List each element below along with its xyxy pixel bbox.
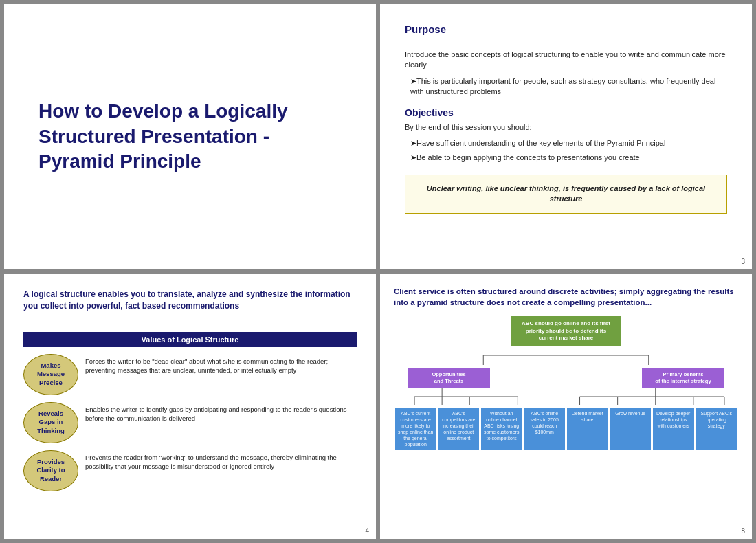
values-header: Values of Logical Structure [23, 332, 357, 347]
obj-bullet1: ➤Have sufficient understanding of the ke… [405, 138, 727, 148]
slide-3-title: A logical structure enables you to trans… [23, 289, 357, 312]
tree-top: ABC should go online and its first prior… [394, 316, 738, 346]
callout-box: Unclear writing, like unclear thinking, … [405, 175, 727, 214]
bot-6: Grow revenue [610, 408, 652, 451]
tree-mid: Opportunitiesand Threats Primary benefit… [408, 368, 724, 388]
mid-right: Primary benefitsof the internet strategy [642, 368, 724, 388]
slide-2: Purpose Introduce the basic concepts of … [380, 4, 752, 269]
values-row-1: MakesMessagePrecise Forces the writer to… [23, 354, 357, 395]
purpose-body: Introduce the basic concepts of logical … [405, 49, 727, 71]
bot-3: Without an online channel ABC risks losi… [481, 408, 522, 451]
purpose-title: Purpose [405, 23, 727, 35]
slide-1-title: How to Develop a Logically Structured Pr… [38, 99, 342, 174]
oval-1: MakesMessagePrecise [23, 354, 78, 395]
slide-2-page-num: 3 [741, 258, 745, 265]
oval-2: RevealsGaps inThinking [23, 402, 78, 443]
mid-left: Opportunitiesand Threats [408, 368, 490, 388]
slide-1: How to Develop a Logically Structured Pr… [4, 4, 376, 269]
slide-3-page-num: 4 [365, 527, 369, 535]
bot-1: ABC's current customers are more likely … [395, 408, 436, 451]
values-row-2: RevealsGaps inThinking Enables the write… [23, 402, 357, 443]
connector-mid-bot [394, 388, 738, 405]
obj-bullet2: ➤Be able to begin applying the concepts … [405, 153, 727, 163]
purpose-bullet1: ➤This is particularly important for peop… [405, 76, 727, 98]
objectives-intro: By the end of this session you should: [405, 122, 727, 133]
slide-4-page-num: 8 [741, 527, 745, 535]
objectives-title: Objectives [405, 107, 727, 118]
tree-bottom: ABC's current customers are more likely … [395, 408, 737, 451]
bot-8: Support ABC's operating strategy [696, 408, 737, 451]
desc-1: Forces the writer to be "dead clear" abo… [85, 354, 357, 375]
bot-5: Defend market share [567, 408, 608, 451]
tree-container: ABC should go online and its first prior… [394, 316, 738, 450]
desc-2: Enables the writer to identify gaps by a… [85, 402, 357, 423]
desc-3: Prevents the reader from "working" to un… [85, 450, 357, 472]
bot-7: Develop deeper relationships with custom… [653, 408, 694, 451]
slide-3: A logical structure enables you to trans… [4, 274, 376, 539]
values-row-3: ProvidesClarity toReader Prevents the re… [23, 450, 357, 491]
bot-4: ABC's online sales in 2005 could reach $… [524, 408, 566, 451]
callout-text: Unclear writing, like unclear thinking, … [416, 184, 715, 205]
connector-top-mid [394, 346, 738, 365]
top-box: ABC should go online and its first prior… [511, 316, 621, 346]
slide-4-title: Client service is often structured aroun… [394, 286, 738, 308]
bot-2: ABC's competitors are increasing their o… [438, 408, 480, 451]
oval-3: ProvidesClarity toReader [23, 450, 78, 491]
slide-4: Client service is often structured aroun… [380, 274, 752, 539]
